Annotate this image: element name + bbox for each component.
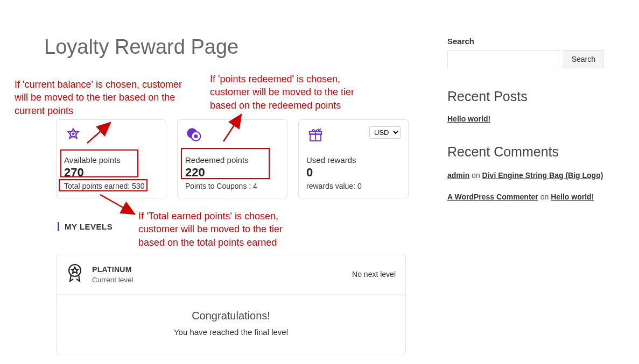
recent-comments-heading: Recent Comments — [447, 144, 603, 160]
comment-author-link[interactable]: admin — [447, 171, 469, 180]
search-button[interactable]: Search — [564, 50, 603, 68]
used-rewards-label: Used rewards — [306, 155, 401, 165]
level-card: PLATINUM Current level No next level Con… — [56, 254, 406, 354]
gift-icon — [306, 126, 325, 147]
available-points-value: 270 — [64, 166, 158, 180]
page-title: Loyalty Reward Page — [44, 35, 238, 59]
sidebar: Search Search Recent Posts Hello world! … — [447, 37, 603, 224]
search-label: Search — [447, 37, 603, 46]
recent-comment: admin on Divi Engine String Bag (Big Log… — [447, 169, 603, 181]
coins-icon — [185, 126, 203, 147]
next-level-label: No next level — [352, 270, 396, 279]
card-available-points: Available points 270 Total points earned… — [56, 119, 166, 198]
redeemed-points-value: 220 — [185, 166, 279, 180]
card-used-rewards: USD Used rewards 0 rewards value: 0 — [298, 119, 409, 198]
congratulations-text: Congratulations! — [62, 310, 400, 322]
stats-cards-row: Available points 270 Total points earned… — [56, 119, 409, 198]
search-input[interactable] — [447, 50, 559, 68]
badge-star-icon — [64, 126, 82, 147]
current-level-label: Current level — [92, 276, 352, 284]
annotation-points-redeemed: If 'points redeemed' is chosen, customer… — [210, 73, 377, 112]
svg-point-4 — [194, 134, 198, 138]
recent-post-link[interactable]: Hello world! — [447, 115, 490, 123]
rewards-value: rewards value: 0 — [306, 182, 401, 190]
points-to-coupons: Points to Coupons : 4 — [185, 182, 279, 190]
recent-comment: A WordPress Commenter on Hello world! — [447, 191, 603, 203]
comment-post-link[interactable]: Hello world! — [551, 192, 594, 201]
redeemed-points-label: Redeemed points — [185, 155, 279, 165]
annotation-current-balance: If 'current balance' is chosen, customer… — [15, 78, 198, 117]
my-levels-section-title: MY LEVELS — [58, 222, 113, 231]
currency-select[interactable]: USD — [369, 126, 401, 139]
available-points-label: Available points — [64, 155, 158, 165]
total-points-earned: Total points earned: 530 — [64, 182, 158, 190]
level-name: PLATINUM — [92, 265, 352, 274]
recent-posts-heading: Recent Posts — [447, 89, 603, 104]
comment-post-link[interactable]: Divi Engine String Bag (Big Logo) — [482, 171, 603, 180]
card-redeemed-points: Redeemed points 220 Points to Coupons : … — [177, 119, 287, 198]
used-rewards-value: 0 — [306, 166, 401, 180]
final-level-text: You have reached the final level — [62, 327, 400, 337]
comment-author-link[interactable]: A WordPress Commenter — [447, 192, 538, 201]
medal-icon — [66, 263, 83, 286]
annotation-total-earned: If 'Total earned points' is chosen, cust… — [138, 210, 311, 249]
